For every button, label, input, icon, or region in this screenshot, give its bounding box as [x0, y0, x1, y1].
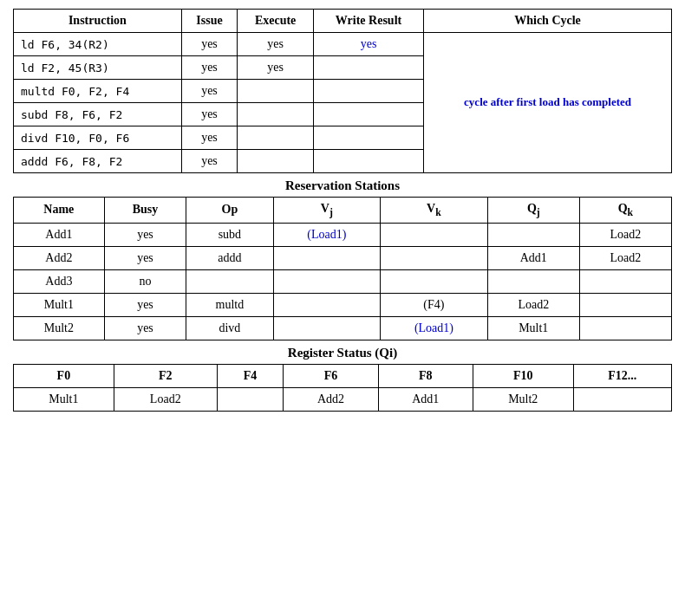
issue-cell: yes	[181, 80, 238, 103]
register-status-row: Mult1 Load2 Add2 Add1 Mult2	[14, 387, 672, 411]
rs-vk: (F4)	[381, 293, 488, 316]
rs-op: divd	[186, 316, 273, 340]
issue-cell: yes	[181, 150, 238, 173]
write-cell	[313, 150, 423, 173]
rs-qj: Load2	[487, 293, 579, 316]
instr-cell: addd F6, F8, F2	[14, 150, 182, 173]
rs-busy: yes	[104, 316, 186, 340]
instr-header: Instruction	[14, 10, 182, 33]
instr-cell: ld F6, 34(R2)	[14, 33, 182, 56]
execute-cell	[238, 126, 314, 150]
rs-vk	[381, 246, 488, 269]
register-status-table: F0 F2 F4 F6 F8 F10 F12... Mult1 Load2 Ad…	[13, 364, 672, 412]
reservation-stations-table: Name Busy Op Vj Vk Qj Qk Add1 yes subd (…	[13, 197, 672, 340]
rs-vj	[273, 246, 381, 269]
rs-qj	[487, 269, 579, 293]
reg-f4-header: F4	[217, 364, 284, 387]
reg-f12-header: F12...	[573, 364, 671, 387]
write-cell: yes	[313, 33, 423, 56]
instruction-table: Instruction Issue Execute Write Result W…	[13, 9, 672, 173]
execute-cell	[238, 103, 314, 126]
list-item: Mult1 yes multd (F4) Load2	[14, 293, 672, 316]
execute-cell	[238, 80, 314, 103]
reg-f2-val: Load2	[114, 387, 217, 411]
main-container: Instruction Issue Execute Write Result W…	[13, 9, 672, 412]
reg-f12-val	[573, 387, 671, 411]
reg-f0-header: F0	[14, 364, 114, 387]
issue-cell: yes	[181, 56, 238, 80]
rs-vj: (Load1)	[273, 223, 381, 246]
rs-name: Add2	[14, 246, 105, 269]
instr-cell: multd F0, F2, F4	[14, 80, 182, 103]
rs-op: addd	[186, 246, 273, 269]
rs-qk	[579, 316, 671, 340]
rs-qk: Load2	[579, 223, 671, 246]
rs-name: Mult2	[14, 316, 105, 340]
rs-vk-header: Vk	[381, 198, 488, 224]
which-cycle-cell: cycle after first load has completed	[424, 33, 672, 173]
rs-busy-header: Busy	[104, 198, 186, 224]
execute-cell: yes	[238, 56, 314, 80]
write-result-header: Write Result	[313, 10, 423, 33]
reg-f0-val: Mult1	[14, 387, 114, 411]
reg-f6-val: Add2	[284, 387, 378, 411]
rs-busy: no	[104, 269, 186, 293]
reg-f4-val	[217, 387, 284, 411]
issue-header: Issue	[181, 10, 238, 33]
rs-vj	[273, 316, 381, 340]
rs-qk-header: Qk	[579, 198, 671, 224]
rs-busy: yes	[104, 246, 186, 269]
write-cell	[313, 80, 423, 103]
rs-busy: yes	[104, 223, 186, 246]
rs-vj	[273, 293, 381, 316]
reg-f2-header: F2	[114, 364, 217, 387]
execute-header: Execute	[238, 10, 314, 33]
instr-cell: divd F10, F0, F6	[14, 126, 182, 150]
reg-f8-val: Add1	[378, 387, 473, 411]
rs-name: Add3	[14, 269, 105, 293]
reg-f10-header: F10	[473, 364, 573, 387]
rs-vk	[381, 223, 488, 246]
rs-qk	[579, 293, 671, 316]
register-status-title: Register Status (Qi)	[13, 340, 672, 364]
rs-vk: (Load1)	[381, 316, 488, 340]
execute-cell	[238, 150, 314, 173]
instr-cell: ld F2, 45(R3)	[14, 56, 182, 80]
write-cell	[313, 56, 423, 80]
reg-f10-val: Mult2	[473, 387, 573, 411]
rs-name-header: Name	[14, 198, 105, 224]
rs-op: multd	[186, 293, 273, 316]
rs-vj-header: Vj	[273, 198, 381, 224]
rs-op: subd	[186, 223, 273, 246]
reg-f8-header: F8	[378, 364, 473, 387]
list-item: Mult2 yes divd (Load1) Mult1	[14, 316, 672, 340]
rs-busy: yes	[104, 293, 186, 316]
issue-cell: yes	[181, 33, 238, 56]
rs-qk: Load2	[579, 246, 671, 269]
rs-qj-header: Qj	[487, 198, 579, 224]
rs-qj	[487, 223, 579, 246]
rs-vj	[273, 269, 381, 293]
list-item: Add2 yes addd Add1 Load2	[14, 246, 672, 269]
issue-cell: yes	[181, 103, 238, 126]
issue-cell: yes	[181, 126, 238, 150]
write-cell	[313, 126, 423, 150]
rs-qj: Add1	[487, 246, 579, 269]
rs-qj: Mult1	[487, 316, 579, 340]
rs-op	[186, 269, 273, 293]
rs-op-header: Op	[186, 198, 273, 224]
rs-name: Mult1	[14, 293, 105, 316]
rs-name: Add1	[14, 223, 105, 246]
reservation-stations-title: Reservation Stations	[13, 173, 672, 197]
rs-vk	[381, 269, 488, 293]
reg-f6-header: F6	[284, 364, 378, 387]
list-item: Add3 no	[14, 269, 672, 293]
rs-qk	[579, 269, 671, 293]
execute-cell: yes	[238, 33, 314, 56]
table-row: ld F6, 34(R2) yes yes yes cycle after fi…	[14, 33, 672, 56]
write-cell	[313, 103, 423, 126]
instr-cell: subd F8, F6, F2	[14, 103, 182, 126]
which-cycle-header: Which Cycle	[424, 10, 672, 33]
list-item: Add1 yes subd (Load1) Load2	[14, 223, 672, 246]
